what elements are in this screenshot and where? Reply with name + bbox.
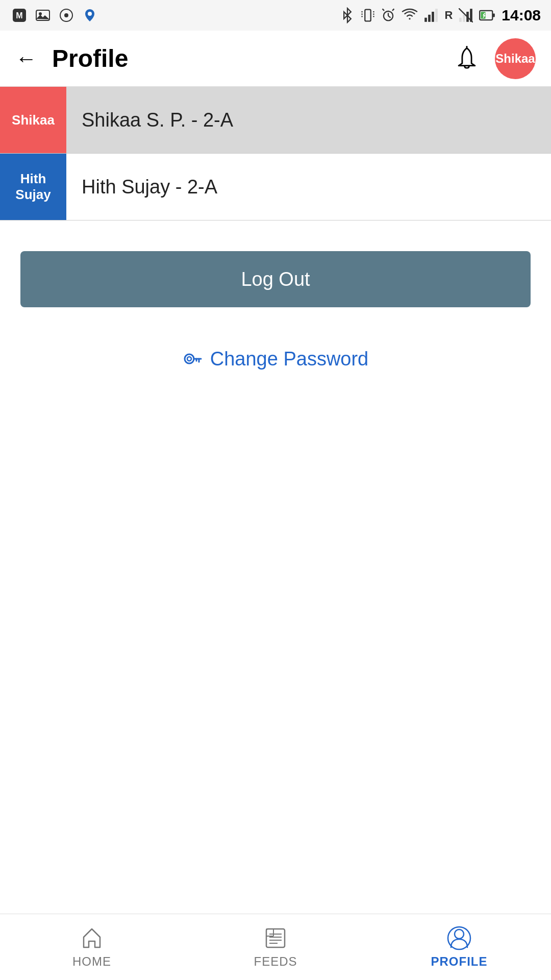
svg-rect-19	[432, 12, 435, 22]
status-bar-icons: M	[10, 6, 99, 24]
key-icon	[183, 350, 202, 369]
profile-icon	[447, 926, 471, 950]
profile-name-1: Shikaa S. P. - 2-A	[66, 87, 248, 153]
svg-line-16	[388, 16, 391, 17]
nav-label-home: HOME	[72, 954, 111, 969]
feeds-icon	[263, 926, 288, 950]
bell-icon	[454, 46, 480, 71]
svg-point-33	[185, 354, 194, 363]
signal2-icon	[459, 8, 473, 22]
svg-rect-22	[463, 15, 465, 22]
logout-container: Log Out	[0, 220, 551, 328]
status-bar-right: R 14:08	[340, 7, 541, 24]
profile-avatar-1: Shikaa	[0, 87, 66, 153]
svg-rect-17	[425, 18, 428, 22]
svg-point-44	[455, 929, 464, 939]
svg-rect-43	[266, 929, 273, 936]
profile-list: Shikaa Shikaa S. P. - 2-A Hith Sujay Hit…	[0, 87, 551, 220]
back-button[interactable]: ←	[15, 46, 37, 71]
change-password-container: Change Password	[0, 328, 551, 390]
vibrate-icon	[361, 7, 375, 23]
change-password-label: Change Password	[210, 348, 369, 370]
svg-point-6	[88, 12, 92, 16]
alarm-icon	[381, 7, 395, 23]
app-icon-3	[57, 6, 76, 24]
change-password-link[interactable]: Change Password	[183, 348, 369, 370]
time-display: 14:08	[502, 7, 541, 24]
app-icon-4	[81, 6, 99, 24]
status-bar: M	[0, 0, 551, 31]
svg-rect-7	[365, 10, 371, 21]
notification-bell-button[interactable]	[454, 46, 480, 71]
profile-item[interactable]: Shikaa Shikaa S. P. - 2-A	[0, 87, 551, 154]
header: ← Profile Shikaa	[0, 31, 551, 87]
r-badge: R	[444, 9, 453, 22]
nav-label-feeds: FEEDS	[254, 954, 297, 969]
nav-label-profile: PROFILE	[431, 954, 487, 969]
page-title: Profile	[52, 44, 454, 72]
app-icon-gallery	[34, 6, 52, 24]
nav-item-home[interactable]: HOME	[0, 926, 184, 969]
svg-rect-21	[459, 18, 462, 22]
battery-icon	[479, 8, 495, 22]
app-icon-mi: M	[10, 6, 29, 24]
home-icon	[80, 926, 104, 950]
profile-item[interactable]: Hith Sujay Hith Sujay - 2-A	[0, 154, 551, 220]
svg-rect-27	[493, 14, 495, 17]
profile-name-2: Hith Sujay - 2-A	[66, 154, 233, 220]
key-svg	[183, 350, 202, 369]
nav-item-profile[interactable]: PROFILE	[367, 926, 551, 969]
svg-rect-20	[436, 9, 438, 22]
svg-rect-38	[266, 929, 285, 947]
wifi-icon	[402, 8, 418, 22]
svg-point-5	[64, 13, 68, 17]
svg-text:M: M	[16, 11, 22, 20]
nav-item-feeds[interactable]: FEEDS	[184, 926, 367, 969]
bluetooth-icon	[340, 7, 355, 23]
bottom-nav: HOME FEEDS PROFILE	[0, 914, 551, 980]
logout-button[interactable]: Log Out	[20, 251, 531, 307]
user-avatar[interactable]: Shikaa	[495, 38, 536, 79]
svg-point-34	[187, 357, 191, 361]
profile-avatar-2: Hith Sujay	[0, 154, 66, 220]
svg-rect-18	[429, 15, 431, 22]
signal-icon	[424, 8, 438, 22]
